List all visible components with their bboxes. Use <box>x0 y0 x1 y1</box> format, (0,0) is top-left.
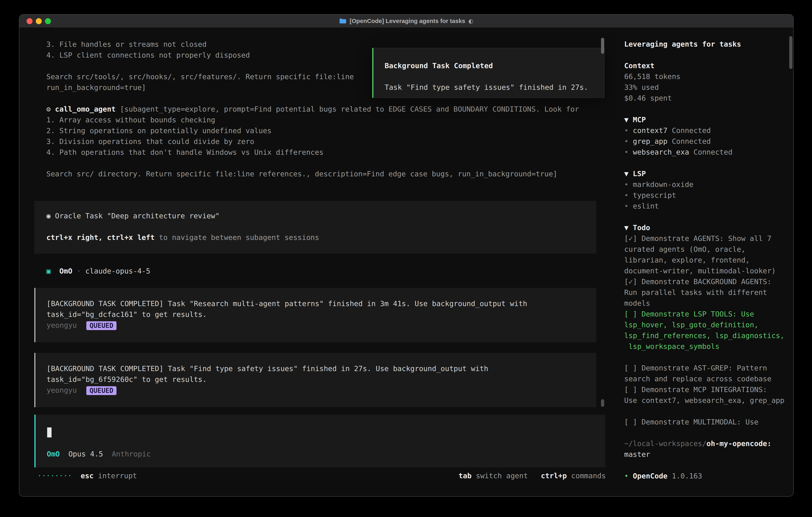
sidebar: Leveraging agents for tasks Context66,51… <box>616 28 793 497</box>
text-line: [✓] Demonstrate BACKGROUND AGENTS: <box>624 276 793 287</box>
mcp-status: Connected <box>689 148 732 156</box>
text-line: • context7 Connected <box>624 125 793 136</box>
text-line: ~/local-workspaces/oh-my-opencode: <box>624 438 793 449</box>
window-content: 3. File handles or streams not closed4. … <box>19 28 793 496</box>
bullet-icon: • <box>624 191 633 199</box>
status-left: ········ esc interrupt <box>37 470 137 481</box>
lsp-server-name: typescript <box>633 191 676 199</box>
text-line: ▼ Todo <box>624 222 793 233</box>
status-badge: QUEUED <box>86 321 116 330</box>
text-line <box>385 71 604 82</box>
text-line: [ ] Demonstrate LSP TOOLS: Use <box>624 309 793 320</box>
session-indicator-icon: ◐ <box>468 18 473 24</box>
text-line: librarian, explore, frontend, <box>624 255 793 266</box>
main-scrollbar-thumb[interactable] <box>601 38 604 54</box>
text-segment: 4. Path operations that don't handle Win… <box>46 148 323 156</box>
background-task-message: [BACKGROUND TASK COMPLETED] Task "Resear… <box>34 288 596 342</box>
minimize-button[interactable] <box>36 18 42 24</box>
text-segment: Run parallel tasks with different <box>624 288 767 297</box>
text-line: search and replace across codebase <box>624 374 793 384</box>
workspace-name: oh-my-opencode: <box>706 439 772 447</box>
text-segment: run_in_background=true] <box>46 83 146 91</box>
lsp-server-name: markdown-oxide <box>633 180 693 189</box>
text-line: yeongyu QUEUED <box>47 320 596 331</box>
text-line: [BACKGROUND TASK COMPLETED] Task "Find t… <box>47 363 596 374</box>
background-task-message: [BACKGROUND TASK COMPLETED] Task "Find t… <box>34 353 596 407</box>
prompt-input[interactable]: OmO Opus 4.5 Anthropic <box>34 415 605 467</box>
bullet-icon: • <box>624 472 633 480</box>
text-line: yeongyu QUEUED <box>47 385 596 396</box>
text-line: 4. Path operations that don't handle Win… <box>46 147 604 158</box>
text-segment: librarian, explore, frontend, <box>624 256 750 264</box>
text-segment: [BACKGROUND TASK COMPLETED] Task "Resear… <box>47 299 527 308</box>
context-used: 33% used <box>624 83 659 91</box>
status-badge: QUEUED <box>86 386 116 395</box>
text-line: • eslint <box>624 201 793 212</box>
close-button[interactable] <box>27 18 33 24</box>
oracle-task-panel: ◉ Oracle Task "Deep architecture review"… <box>34 201 596 254</box>
text-line <box>624 212 793 222</box>
text-line <box>624 428 793 438</box>
text-line: lsp_workspace_symbols <box>624 341 793 352</box>
mcp-status: Connected <box>668 126 711 135</box>
text-segment: commands <box>567 472 606 480</box>
lsp-heading: ▼ LSP <box>624 169 646 178</box>
window-title-text: [OpenCode] Leveraging agents for tasks <box>350 18 465 24</box>
text-line <box>46 158 604 168</box>
text-line <box>624 352 793 363</box>
model-info-line: OmO Opus 4.5 Anthropic <box>47 448 151 459</box>
text-line: • grep_app Connected <box>624 136 793 147</box>
app-window: [OpenCode] Leveraging agents for tasks ◐… <box>19 14 793 497</box>
workspace-path: ~/local-workspaces/ <box>624 439 706 447</box>
text-segment: task_id="bg_6f59260c" to get results. <box>47 375 207 383</box>
text-line: tab switch agent ctrl+p commands <box>459 470 606 481</box>
text-line: 3. Division operations that could divide… <box>46 136 604 147</box>
text-segment <box>528 472 541 480</box>
todo-heading: ▼ Todo <box>624 223 650 232</box>
text-segment: 2. String operations on potentially unde… <box>46 127 271 135</box>
text-segment: document-writer, multimodal-looker) <box>624 267 776 275</box>
session-title: Leveraging agents for tasks <box>624 40 741 48</box>
text-segment: lsp_hover, lsp_goto_definition, <box>624 321 758 329</box>
text-line: Task "Find type safety issues" finished … <box>385 82 604 93</box>
sidebar-scrollbar-thumb[interactable] <box>789 36 792 69</box>
folder-icon <box>339 18 346 24</box>
text-line: models <box>624 298 793 309</box>
text-segment: Search src/ directory. Return specific f… <box>46 170 557 178</box>
text-line <box>624 50 793 60</box>
context-heading: Context <box>624 61 655 70</box>
spinner-dots: ········ <box>37 472 72 480</box>
toast-title: Background Task Completed <box>385 61 493 70</box>
window-title: [OpenCode] Leveraging agents for tasks ◐ <box>339 18 473 24</box>
background-task-toast: Background Task Completed Task "Find typ… <box>372 48 605 98</box>
ctrlp-key-hint: ctrl+p <box>541 472 567 480</box>
agent-name: OmO <box>59 267 72 275</box>
text-segment: Use context7, websearch_exa, grep_app <box>624 396 784 404</box>
text-line <box>624 158 793 168</box>
text-line: task_id="bg_dcfac161" to get results. <box>47 309 596 320</box>
input-provider-name: Anthropic <box>112 450 151 458</box>
titlebar[interactable]: [OpenCode] Leveraging agents for tasks ◐ <box>19 15 793 28</box>
todo-item-done: [✓] Demonstrate AGENTS: Show all 7 <box>624 234 772 243</box>
text-line: • typescript <box>624 190 793 201</box>
text-line: OmO Opus 4.5 Anthropic <box>47 448 151 459</box>
text-line: Run parallel tasks with different <box>624 287 793 298</box>
toast-body: Task "Find type safety issues" finished … <box>385 83 588 91</box>
text-segment <box>51 267 59 275</box>
todo-item-pending: [ ] Demonstrate AST-GREP: Pattern <box>624 364 767 372</box>
text-line: ◉ Oracle Task "Deep architecture review" <box>46 211 596 221</box>
text-segment <box>77 386 86 394</box>
lsp-server-name: eslint <box>633 202 659 210</box>
git-branch: master <box>624 450 650 458</box>
zoom-button[interactable] <box>45 18 51 24</box>
text-line: Leveraging agents for tasks <box>624 39 793 50</box>
text-segment: to navigate between subagent sessions <box>155 233 319 242</box>
tool-call-name: call_omo_agent <box>55 105 115 113</box>
todo-item-pending: [ ] Demonstrate MCP INTEGRATIONS: <box>624 385 767 393</box>
main-scrollbar-thumb-lower[interactable] <box>601 399 604 407</box>
mcp-status: Connected <box>668 137 711 145</box>
todo-item-active: [ ] Demonstrate LSP TOOLS: Use <box>624 310 754 318</box>
text-line: 66,518 tokens <box>624 71 793 82</box>
bullet-icon: • <box>624 180 633 189</box>
text-line: ▣ OmO · claude-opus-4-5 <box>46 266 150 276</box>
